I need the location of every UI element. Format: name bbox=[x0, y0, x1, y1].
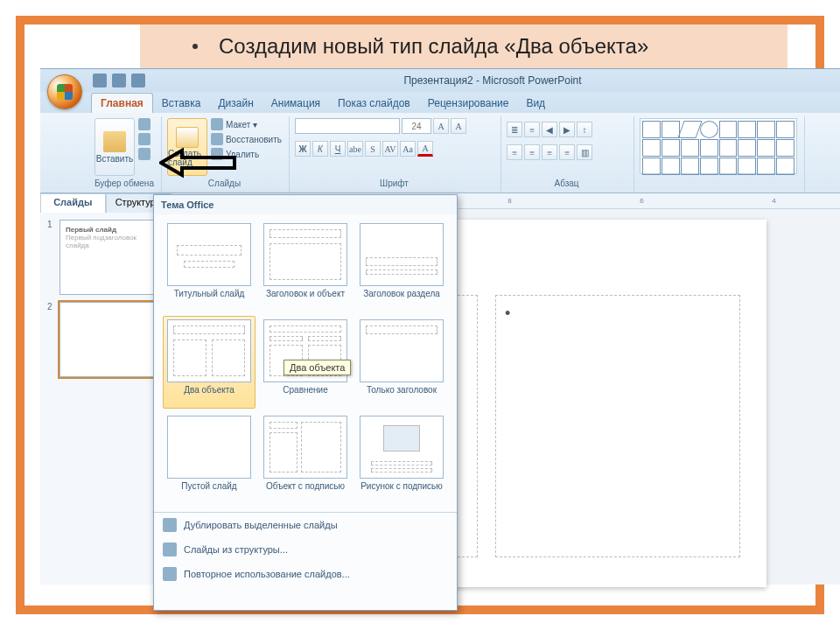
title-bar: Презентация2 - Microsoft PowerPoint bbox=[40, 69, 840, 92]
layout-picture-caption[interactable]: Рисунок с подписью bbox=[355, 412, 448, 505]
line-spacing-button[interactable]: ↕ bbox=[577, 122, 592, 137]
group-font: 24 A A Ж К Ч abe S AV Aa A Шрифт bbox=[291, 116, 501, 192]
italic-button[interactable]: К bbox=[312, 141, 328, 157]
tab-slideshow[interactable]: Показ слайдов bbox=[329, 94, 419, 113]
slide-thumbnail[interactable]: 1 Первый слайдПервый подзаголовок слайда bbox=[47, 220, 164, 295]
shrink-font-button[interactable]: A bbox=[451, 118, 466, 134]
duplicate-slides-item[interactable]: Дублировать выделенные слайды bbox=[154, 513, 457, 537]
group-drawing bbox=[636, 116, 805, 192]
shapes-gallery[interactable] bbox=[640, 118, 797, 174]
tab-animation[interactable]: Анимация bbox=[262, 94, 329, 113]
content-placeholder-right[interactable]: • bbox=[495, 295, 740, 557]
layout-title-only[interactable]: Только заголовок bbox=[355, 316, 448, 409]
tab-review[interactable]: Рецензирование bbox=[419, 94, 518, 113]
justify-button[interactable]: ≡ bbox=[559, 144, 575, 160]
group-clipboard: Вставить Буфер обмена bbox=[91, 116, 162, 192]
align-right-button[interactable]: ≡ bbox=[542, 144, 557, 160]
redo-icon[interactable] bbox=[131, 74, 145, 88]
grow-font-button[interactable]: A bbox=[433, 118, 449, 134]
copy-icon bbox=[138, 133, 150, 145]
quick-access-toolbar bbox=[93, 74, 145, 88]
callout-text: Создадим новый тип слайда «Два объекта» bbox=[219, 34, 648, 59]
layout-gallery-popup: Тема Office Титульный слайд Заголовок и … bbox=[153, 194, 458, 611]
ribbon-tabs: Главная Вставка Дизайн Анимация Показ сл… bbox=[40, 92, 840, 113]
instruction-callout: Создадим новый тип слайда «Два объекта» bbox=[140, 24, 788, 68]
case-button[interactable]: Aa bbox=[400, 141, 416, 157]
numbering-button[interactable]: ≡ bbox=[524, 122, 540, 137]
pane-tab-slides[interactable]: Слайды bbox=[40, 193, 106, 213]
cut-button[interactable] bbox=[138, 118, 150, 130]
spacing-button[interactable]: AV bbox=[382, 141, 398, 157]
slides-from-outline-item[interactable]: Слайды из структуры... bbox=[154, 537, 457, 562]
shadow-button[interactable]: S bbox=[365, 141, 381, 157]
font-family-select[interactable] bbox=[295, 118, 400, 134]
group-label-paragraph: Абзац bbox=[507, 178, 626, 191]
clipboard-icon bbox=[103, 131, 126, 152]
save-icon[interactable] bbox=[93, 74, 107, 88]
columns-button[interactable]: ▥ bbox=[577, 144, 592, 160]
bold-button[interactable]: Ж bbox=[295, 141, 311, 157]
brush-icon bbox=[138, 148, 150, 160]
window-title: Презентация2 - Microsoft PowerPoint bbox=[145, 74, 840, 87]
bullets-button[interactable]: ≣ bbox=[507, 122, 522, 137]
scissors-icon bbox=[138, 118, 150, 130]
font-size-select[interactable]: 24 bbox=[402, 118, 431, 134]
layout-blank[interactable]: Пустой слайд bbox=[163, 412, 256, 505]
indent-dec-button[interactable]: ◀ bbox=[542, 122, 557, 137]
group-label-font: Шрифт bbox=[295, 178, 494, 191]
group-label-clipboard: Буфер обмена bbox=[94, 178, 154, 191]
duplicate-icon bbox=[163, 518, 177, 532]
underline-button[interactable]: Ч bbox=[330, 141, 346, 157]
layout-icon bbox=[211, 118, 223, 130]
paste-button[interactable]: Вставить bbox=[94, 118, 135, 176]
undo-icon[interactable] bbox=[112, 74, 126, 88]
layout-button[interactable]: Макет ▾ bbox=[211, 118, 282, 130]
layout-title-content[interactable]: Заголовок и объект bbox=[259, 220, 352, 312]
bullet-icon bbox=[192, 44, 198, 49]
tab-view[interactable]: Вид bbox=[517, 94, 554, 113]
reset-button[interactable]: Восстановить bbox=[211, 133, 282, 145]
outline-icon bbox=[163, 542, 177, 556]
tab-design[interactable]: Дизайн bbox=[209, 94, 262, 113]
layout-title-slide[interactable]: Титульный слайд bbox=[163, 220, 256, 312]
font-color-button[interactable]: A bbox=[417, 141, 433, 157]
reset-icon bbox=[211, 133, 223, 145]
copy-button[interactable] bbox=[138, 133, 150, 145]
reuse-slides-item[interactable]: Повторное использование слайдов... bbox=[154, 562, 457, 586]
annotation-arrow-icon bbox=[159, 145, 238, 180]
slides-pane: Слайды Структура 1 Первый слайдПервый по… bbox=[40, 193, 172, 584]
indent-inc-button[interactable]: ▶ bbox=[559, 122, 575, 137]
layout-two-content[interactable]: Два объекта bbox=[163, 316, 256, 409]
reuse-icon bbox=[163, 567, 177, 581]
tab-insert[interactable]: Вставка bbox=[153, 94, 210, 113]
strike-button[interactable]: abe bbox=[347, 141, 363, 157]
format-painter-button[interactable] bbox=[138, 148, 150, 160]
svg-marker-0 bbox=[161, 150, 234, 175]
layout-content-caption[interactable]: Объект с подписью bbox=[259, 412, 352, 505]
layout-section-header[interactable]: Заголовок раздела bbox=[355, 220, 448, 312]
tab-home[interactable]: Главная bbox=[91, 93, 153, 113]
gallery-header: Тема Office bbox=[154, 195, 457, 214]
slide-thumbnail[interactable]: 2 bbox=[47, 302, 164, 381]
office-button[interactable] bbox=[47, 74, 82, 109]
layout-tooltip: Два объекта bbox=[284, 360, 351, 375]
align-center-button[interactable]: ≡ bbox=[524, 144, 540, 160]
group-label-slides: Слайды bbox=[167, 178, 282, 191]
align-left-button[interactable]: ≡ bbox=[507, 144, 522, 160]
group-paragraph: ≣ ≡ ◀ ▶ ↕ ≡ ≡ ≡ ≡ ▥ Абзац bbox=[503, 116, 634, 192]
